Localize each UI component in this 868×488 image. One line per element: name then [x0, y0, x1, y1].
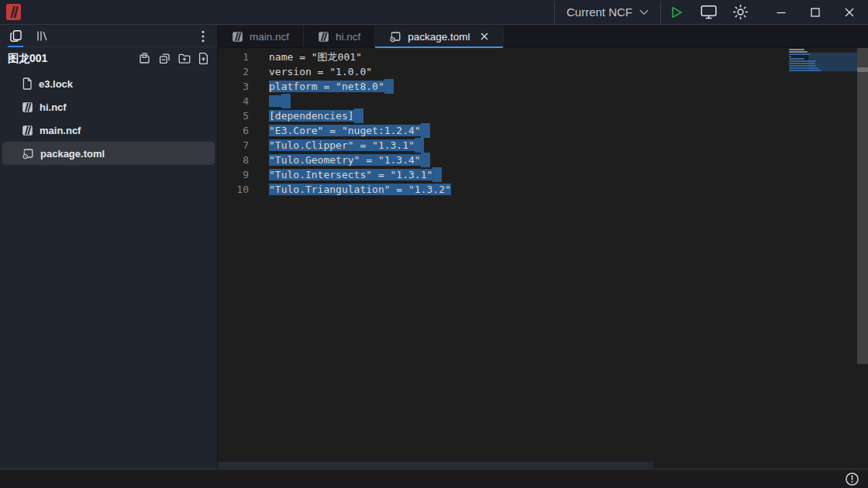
line-number: 5 [218, 108, 249, 123]
code-line-3[interactable]: 3platform = "net8.0" [218, 79, 868, 94]
minimap-line [789, 65, 816, 67]
horizontal-scrollbar-thumb[interactable] [218, 462, 653, 468]
file-label: e3.lock [39, 78, 73, 90]
sidebar-tab-library[interactable] [33, 26, 51, 47]
code-lines: 1name = "图龙001"2version = "1.0.0"3platfo… [218, 48, 868, 197]
code-line-10[interactable]: 10"Tulo.Triangulation" = "1.3.2" [218, 182, 868, 197]
run-button[interactable] [661, 0, 693, 25]
run-config-dropdown[interactable]: Current NCF [555, 0, 660, 25]
code-text: "Tulo.Geometry" = "1.3.4" [269, 153, 430, 167]
line-number: 6 [218, 123, 249, 138]
ncf-icon [22, 125, 33, 136]
sun-icon [732, 4, 749, 20]
sidebar-icon-tabs [0, 26, 217, 47]
status-bar [0, 469, 868, 488]
code-text: "Tulo.Clipper" = "1.3.1" [269, 138, 424, 153]
line-number: 10 [218, 182, 249, 197]
minimap-line [789, 63, 815, 64]
collapse-all-button[interactable] [158, 52, 171, 65]
tab-package.toml[interactable]: package.toml [375, 26, 503, 47]
preview-button[interactable] [693, 0, 725, 25]
run-config-label: Current NCF [567, 5, 632, 19]
maximize-button[interactable] [798, 0, 832, 25]
app-logo-icon [6, 4, 21, 20]
file-row-e3.lock[interactable]: e3.lock [2, 72, 215, 95]
code-line-2[interactable]: 2version = "1.0.0" [218, 64, 868, 79]
package-icon [389, 30, 401, 43]
file-label: hi.ncf [40, 101, 67, 113]
minimap-line [789, 60, 816, 62]
code-line-7[interactable]: 7"Tulo.Clipper" = "1.3.1" [218, 138, 868, 153]
minimap-line [789, 53, 810, 55]
tab-main.ncf[interactable]: main.ncf [218, 26, 304, 47]
notifications-button[interactable] [845, 472, 859, 486]
code-text: platform = "net8.0" [269, 79, 394, 94]
tab-hi.ncf[interactable]: hi.ncf [304, 26, 375, 47]
ncf-icon [318, 31, 329, 43]
file-row-hi.ncf[interactable]: hi.ncf [2, 95, 215, 119]
file-row-package.toml[interactable]: package.toml [2, 142, 215, 165]
file-row-main.ncf[interactable]: main.ncf [2, 119, 215, 142]
minimap-line [789, 56, 791, 57]
line-number: 9 [218, 167, 249, 182]
code-line-1[interactable]: 1name = "图龙001" [218, 50, 868, 64]
line-number: 3 [218, 79, 249, 94]
play-icon [671, 6, 683, 19]
minimap[interactable] [789, 49, 857, 123]
close-icon [844, 7, 855, 18]
theme-toggle-button[interactable] [725, 0, 756, 25]
minimap-line [789, 51, 808, 53]
tab-label: package.toml [408, 31, 470, 43]
new-file-button[interactable] [198, 52, 209, 65]
tab-label: hi.ncf [336, 31, 360, 43]
warning-icon [845, 472, 859, 486]
code-line-5[interactable]: 5[dependencies] [218, 108, 868, 123]
line-number: 7 [218, 138, 249, 153]
code-text: [dependencies] [269, 108, 363, 123]
files-icon [9, 29, 22, 43]
line-number: 1 [218, 50, 249, 64]
scrollbar-selection-mark [857, 67, 868, 72]
code-text: "E3.Core" = "nuget:1.2.4" [269, 123, 430, 138]
code-line-8[interactable]: 8"Tulo.Geometry" = "1.3.4" [218, 153, 868, 167]
minimap-line [789, 49, 804, 50]
minimap-line [789, 70, 822, 71]
vertical-scrollbar[interactable] [857, 48, 868, 364]
save-all-button[interactable] [139, 52, 152, 65]
line-number: 4 [218, 94, 249, 108]
file-icon [22, 77, 33, 90]
app-window: Current NCF [0, 0, 868, 488]
code-line-6[interactable]: 6"E3.Core" = "nuget:1.2.4" [218, 123, 868, 138]
code-text: version = "1.0.0" [269, 64, 372, 79]
sidebar: 图龙001 [0, 26, 218, 469]
file-label: main.ncf [40, 125, 81, 136]
new-folder-button[interactable] [177, 52, 191, 65]
code-area[interactable]: 1name = "图龙001"2version = "1.0.0"3platfo… [218, 48, 868, 468]
sidebar-tab-files[interactable] [6, 26, 25, 47]
title-bar: Current NCF [0, 0, 868, 25]
minimap-line [789, 67, 818, 69]
package-icon [22, 147, 34, 160]
ncf-icon [22, 101, 33, 113]
sidebar-menu-button[interactable] [195, 30, 211, 43]
project-header: 图龙001 [0, 47, 217, 70]
code-text: "Tulo.Triangulation" = "1.3.2" [269, 182, 451, 197]
monitor-icon [701, 5, 717, 19]
project-name: 图龙001 [8, 52, 47, 66]
tab-label: main.ncf [250, 31, 289, 43]
code-text: name = "图龙001" [269, 50, 362, 64]
code-text: "Tulo.Intersects" = "1.3.1" [269, 167, 442, 182]
file-label: package.toml [40, 148, 105, 160]
tab-close-button[interactable] [480, 32, 489, 41]
ncf-icon [232, 31, 243, 43]
line-number: 8 [218, 153, 249, 167]
library-icon [36, 29, 49, 43]
code-line-4[interactable]: 4 [218, 94, 868, 108]
project-actions [139, 52, 209, 65]
code-line-9[interactable]: 9"Tulo.Intersects" = "1.3.1" [218, 167, 868, 182]
minimize-icon [776, 7, 787, 18]
minimize-button[interactable] [764, 0, 798, 25]
maximize-icon [810, 7, 821, 18]
code-text [269, 94, 291, 108]
close-button[interactable] [832, 0, 866, 25]
